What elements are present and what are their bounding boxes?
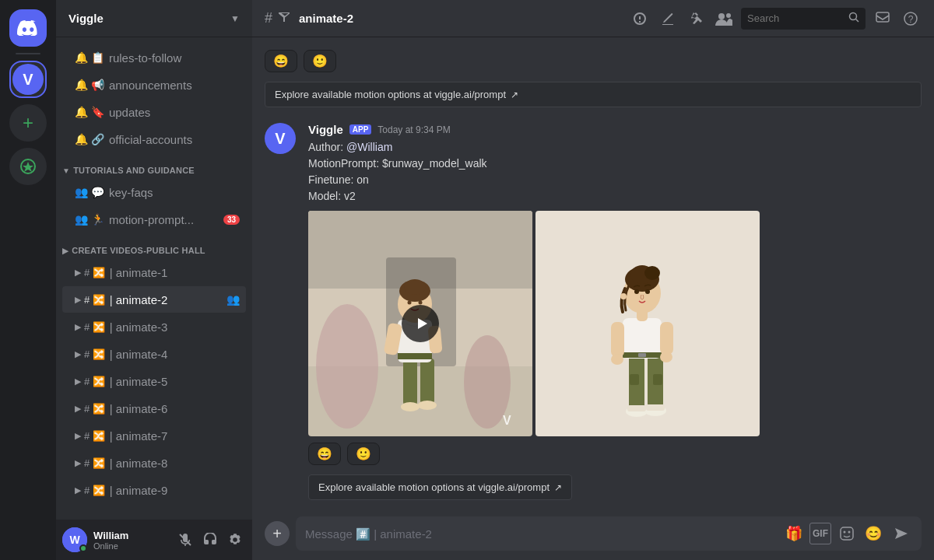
expand-arrow-icon: ▶ [75,485,81,495]
category-tutorials[interactable]: ▼ TUTORIALS AND GUIDANCE [56,153,252,178]
sidebar-item-motion-prompts[interactable]: 👥 🏃 motion-prompt... 33 [62,206,246,233]
sticker-button[interactable] [836,523,858,544]
channel-icons: 🔔 📋 [75,51,104,64]
inbox-button[interactable] [872,8,894,30]
search-bar[interactable] [741,8,866,30]
chevron-down-icon: ▼ [230,13,240,24]
svg-point-54 [620,293,627,299]
motion-prompts-badge: 33 [223,215,240,225]
sidebar-item-animate-2[interactable]: ▶ # 🔀 | animate-2 👥 [62,286,246,313]
deafen-button[interactable] [199,529,221,551]
svg-rect-46 [660,322,673,355]
video-thumbnail[interactable]: V [308,211,532,436]
sidebar-item-animate-1[interactable]: ▶ # 🔀 | animate-1 [62,259,246,285]
svg-rect-44 [638,353,646,357]
user-controls [174,529,246,551]
channel-name: animate-2 [299,12,353,25]
sidebar-item-official-accounts[interactable]: 🔔 🔗 official-accounts [62,126,246,152]
help-button[interactable]: ? [900,8,922,30]
svg-point-53 [644,266,660,280]
viggle-logo: V [12,64,44,95]
sidebar-item-animate-3[interactable]: ▶ # 🔀 | animate-3 [62,313,246,340]
svg-point-5 [718,13,725,19]
expand-arrow-icon: ▶ [75,268,81,278]
reaction-smile-bottom[interactable]: 🙂 [347,443,380,465]
sidebar-item-animate-6[interactable]: ▶ # 🔀 | animate-6 [62,395,246,422]
svg-point-28 [404,279,426,295]
svg-rect-18 [403,359,417,405]
svg-marker-32 [418,318,427,329]
sidebar-item-updates[interactable]: 🔔 🔖 updates [62,99,246,125]
external-link-icon: ↗ [511,89,518,100]
sidebar-item-animate-9[interactable]: ▶ # 🔀 | animate-9 [62,477,246,503]
main-content: # animate-2 [252,0,934,560]
svg-point-20 [401,402,420,411]
user-status: Online [93,541,168,551]
sidebar-item-animate-5[interactable]: ▶ # 🔀 | animate-5 [62,368,246,394]
svg-text:?: ? [908,14,914,25]
channel-icons: 🔔 📢 [75,79,104,91]
members-button[interactable] [713,8,735,30]
server-icon-viggle[interactable]: V [9,61,47,98]
sidebar-item-announcements[interactable]: 🔔 📢 announcements [62,72,246,98]
svg-rect-45 [611,322,624,357]
channel-icons: 🔔 🔖 [75,106,104,118]
reaction-laugh-top[interactable]: 😄 [265,50,297,72]
category-arrow-icon: ▼ [62,166,70,175]
edit-button[interactable] [657,8,679,30]
server-icon-discover[interactable] [9,148,47,185]
explore-btn-bottom[interactable]: Explore available motion options at vigg… [308,474,572,500]
svg-rect-40 [627,405,646,411]
server-divider [16,53,40,54]
svg-point-21 [418,401,437,410]
explore-label-bottom: Explore available motion options at vigg… [318,481,550,493]
explore-label-top: Explore available motion options at vigg… [275,89,506,100]
sidebar-item-animate-4[interactable]: ▶ # 🔀 | animate-4 [62,341,246,367]
sidebar-item-animate-7[interactable]: ▶ # 🔀 | animate-7 [62,422,246,449]
channel-icons: # 🔀 [84,348,105,360]
message-input[interactable] [305,527,777,541]
message-input-field[interactable]: 🎁 GIF 😊 [296,516,922,551]
svg-point-58 [844,531,846,534]
mute-button[interactable] [174,529,196,551]
viggle-avatar: V [265,123,296,154]
webhooks-button[interactable] [629,8,651,30]
expand-arrow-icon: ▶ [75,295,81,305]
server-icon-add[interactable]: + [9,104,47,142]
reference-image[interactable] [535,211,760,436]
mention-william: @William [346,141,392,153]
finetune-value: on [356,173,369,186]
play-button[interactable] [402,305,439,342]
app-badge: APP [349,124,372,135]
svg-point-29 [408,301,412,305]
settings-button[interactable] [224,529,246,551]
reaction-laugh-bottom[interactable]: 😄 [308,443,341,465]
hash-icon: # [265,10,272,26]
svg-point-30 [419,301,423,305]
search-input[interactable] [747,12,848,24]
avatar: W [62,527,87,552]
send-button[interactable] [890,523,912,544]
svg-text:V: V [503,414,511,427]
channel-icons: 👥 🏃 [75,213,104,226]
sidebar-item-animate-8[interactable]: ▶ # 🔀 | animate-8 [62,450,246,476]
emoji-button[interactable]: 😊 [862,523,884,544]
input-add-button[interactable]: + [265,521,290,546]
sidebar-channels: 🔔 📋 rules-to-follow 🔔 📢 announcements 🔔 … [56,37,252,520]
sidebar-item-key-faqs[interactable]: 👥 💬 key-faqs [62,179,246,205]
motion-prompt-value: $runway_model_walk [382,157,487,170]
gift-button[interactable]: 🎁 [783,523,805,544]
pin-button[interactable] [685,8,707,30]
channel-icons: # 🔀 [84,267,105,278]
category-videos-public[interactable]: ▶ CREATE VIDEOS-PUBLIC HALL [56,233,252,258]
gif-button[interactable]: GIF [809,523,831,544]
server-icon-discord[interactable] [9,9,47,47]
explore-btn-top[interactable]: Explore available motion options at vigg… [265,82,922,107]
sidebar-item-rules[interactable]: 🔔 📋 rules-to-follow [62,44,246,71]
reaction-smile-top[interactable]: 🙂 [304,50,336,72]
sidebar-server-name[interactable]: Viggle ▼ [56,0,252,37]
thread-icon [279,11,291,26]
channel-icons: # 🔀 [84,485,105,496]
channel-icons: # 🔀 [84,403,105,415]
viggle-message-content: Viggle APP Today at 9:34 PM Author: @Wil… [308,123,922,507]
